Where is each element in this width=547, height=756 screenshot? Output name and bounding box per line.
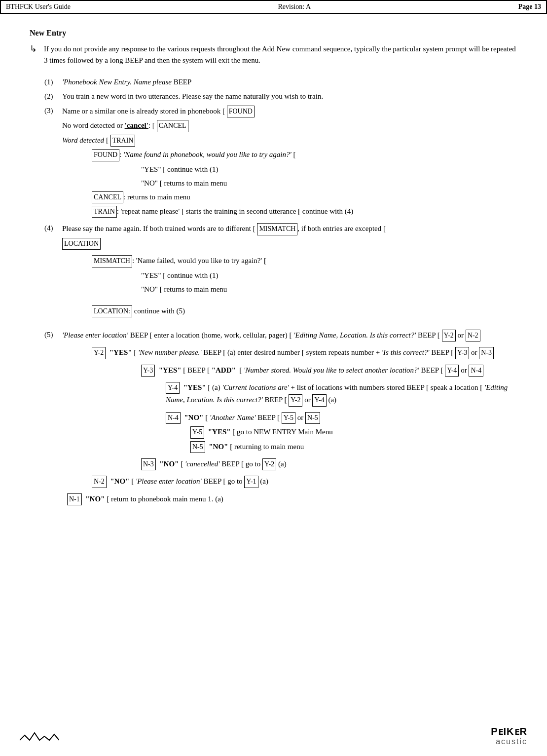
item2-num: (2) (44, 91, 62, 102)
found-box-1: FOUND (227, 106, 255, 117)
list-item-5: (5) 'Please enter location' BEEP [ enter… (44, 329, 517, 507)
n1-box-sub: N-1 (67, 493, 82, 505)
item4-content: Please say the name again. If both train… (62, 223, 517, 319)
mismatch-yes: "YES" [ continue with (1) (141, 269, 517, 281)
item3-line3: Word detected [ TRAIN (62, 134, 517, 147)
n3-box: N-3 (479, 347, 494, 359)
y2b-box: Y-2 (289, 394, 302, 406)
page-header: BTHFCK User's Guide Revision: A Page 13 (0, 0, 547, 14)
y5-box: Y-5 (282, 412, 295, 424)
list-item-3: (3) Name or a similar one is already sto… (44, 105, 517, 220)
item2-content: You train a new word in two utterances. … (62, 91, 517, 102)
section-title: New Entry (30, 29, 517, 38)
header-page: Page 13 (518, 3, 541, 11)
intro-bullet: ↳ If you do not provide any response to … (30, 43, 517, 67)
bullet-icon: ↳ (30, 43, 37, 67)
header-revision: Revision: A (278, 3, 311, 11)
n4-box-sub: N-4 (166, 412, 181, 424)
list-item-1: (1) 'Phonebook New Entry. Name please BE… (44, 76, 517, 88)
item1-content: 'Phonebook New Entry. Name please BEEP (62, 76, 517, 88)
wave-icon (20, 730, 59, 745)
y2-box-main: Y-2 (442, 330, 456, 341)
cancel-sub-line: CANCEL: returns to main menu (92, 191, 517, 203)
n5-box: N-5 (305, 412, 320, 424)
mismatch-yes-no: "YES" [ continue with (1) "NO" [ returns… (141, 269, 517, 295)
list-item-4: (4) Please say the name again. If both t… (44, 223, 517, 319)
cancel-box: CANCEL (157, 120, 188, 132)
location-box-sub: LOCATION: (92, 305, 132, 317)
item4-line1: Please say the name again. If both train… (62, 223, 517, 235)
mismatch-no: "NO" [ returns to main menu (141, 283, 517, 295)
item1-num: (1) (44, 76, 62, 88)
location-sub-block: LOCATION: continue with (5) (92, 305, 517, 317)
y4-box-sub: Y-4 (166, 382, 180, 394)
y4-line1: Y-4 "YES" [ (a) 'Current locations are' … (166, 381, 517, 407)
header-title: BTHFCK User's Guide (6, 3, 71, 11)
n4-line1: N-4 "NO" [ 'Another Name' BEEP [ Y-5 or … (166, 412, 517, 424)
found-sub-line1: FOUND: 'Name found in phonebook, would y… (92, 149, 517, 161)
n5-box-sub: N-5 (190, 441, 205, 453)
item3-line1: Name or a similar one is already stored … (62, 105, 517, 117)
train-box-sub: TRAIN (92, 206, 117, 218)
y4-box: Y-4 (445, 365, 459, 377)
found-sub-block: FOUND: 'Name found in phonebook, would y… (92, 149, 517, 218)
numbered-list: (1) 'Phonebook New Entry. Name please BE… (44, 76, 517, 508)
y3-box-sub: Y-3 (141, 365, 155, 377)
location-box: LOCATION (62, 238, 101, 250)
item5-content: 'Please enter location' BEEP [ enter a l… (62, 329, 517, 507)
train-box-1: TRAIN (110, 135, 136, 147)
y5-line: Y-5 "YES" [ go to NEW ENTRY Main Menu (190, 426, 517, 438)
n2-box-sub: N-2 (92, 476, 107, 488)
item3-content: Name or a similar one is already stored … (62, 105, 517, 220)
n1-line1: N-1 "NO" [ return to phonebook main menu… (67, 493, 517, 505)
intro-text: If you do not provide any response to th… (44, 43, 517, 67)
item5-num: (5) (44, 329, 62, 507)
n3-box-sub: N-3 (141, 458, 156, 470)
footer-wave (20, 730, 59, 747)
y3-box: Y-3 (455, 347, 469, 359)
y2-n3-box: Y-2 (262, 458, 276, 470)
list-item-2: (2) You train a new word in two utteranc… (44, 91, 517, 102)
y2-box: Y-2 (92, 347, 106, 359)
n4-block: N-4 "NO" [ 'Another Name' BEEP [ Y-5 or … (166, 412, 517, 453)
n3-block: N-3 "NO" [ 'canecelled' BEEP [ go to Y-2… (141, 458, 517, 470)
item3-num: (3) (44, 105, 62, 220)
location-line1: LOCATION: continue with (5) (92, 305, 517, 317)
n5-line: N-5 "NO" [ returning to main menu (190, 441, 517, 453)
n3-line1: N-3 "NO" [ 'canecelled' BEEP [ go to Y-2… (141, 458, 517, 470)
y3-line1: Y-3 "YES" [ BEEP [ "ADD" [ 'Number store… (141, 364, 517, 377)
item4-location: LOCATION (62, 237, 517, 250)
y5-block: Y-5 "YES" [ go to NEW ENTRY Main Menu (190, 426, 517, 438)
mismatch-box: MISMATCH (257, 223, 297, 235)
mismatch-sub-block: MISMATCH: 'Name failed, would you like t… (92, 255, 517, 295)
n2-box-main: N-2 (466, 330, 480, 341)
y1-box: Y-1 (244, 476, 258, 488)
item5-line1: 'Please enter location' BEEP [ enter a l… (62, 329, 517, 341)
y3-block: Y-3 "YES" [ BEEP [ "ADD" [ 'Number store… (141, 364, 517, 453)
n5-block: N-5 "NO" [ returning to main menu (190, 441, 517, 453)
item3-line2: No word detected or 'cancel': [ CANCEL (62, 119, 517, 132)
item4-num: (4) (44, 223, 62, 319)
train-sub-line: TRAIN: 'repeat name please' [ starts the… (92, 205, 517, 218)
n2-block: N-2 "NO" [ 'Please enter location' BEEP … (92, 475, 517, 488)
y2-block: Y-2 "YES" [ 'New number please.' BEEP [ … (92, 346, 517, 470)
found-no: "NO" [ returns to main menu (141, 177, 517, 189)
n2-line1: N-2 "NO" [ 'Please enter location' BEEP … (92, 475, 517, 488)
y2-line1: Y-2 "YES" [ 'New number please.' BEEP [ … (92, 346, 517, 359)
mismatch-box-sub: MISMATCH (92, 255, 132, 267)
found-box-sub: FOUND (92, 149, 119, 161)
found-yes: "YES" [ continue with (1) (141, 163, 517, 175)
n4-box: N-4 (469, 365, 483, 377)
n1-block: N-1 "NO" [ return to phonebook main menu… (67, 493, 517, 505)
footer-logo: PᴇIKᴇR acustic (491, 725, 527, 746)
y4b-box: Y-4 (312, 394, 326, 406)
peiker-logo: PᴇIKᴇR (491, 725, 527, 737)
y4-block: Y-4 "YES" [ (a) 'Current locations are' … (166, 381, 517, 407)
cancel-box-sub: CANCEL (92, 191, 123, 203)
acustic-logo: acustic (491, 737, 527, 746)
y5-box-sub: Y-5 (190, 426, 204, 438)
mismatch-line1: MISMATCH: 'Name failed, would you like t… (92, 255, 517, 267)
found-yes-no: "YES" [ continue with (1) "NO" [ returns… (141, 163, 517, 189)
main-content: New Entry ↳ If you do not provide any re… (0, 14, 547, 550)
